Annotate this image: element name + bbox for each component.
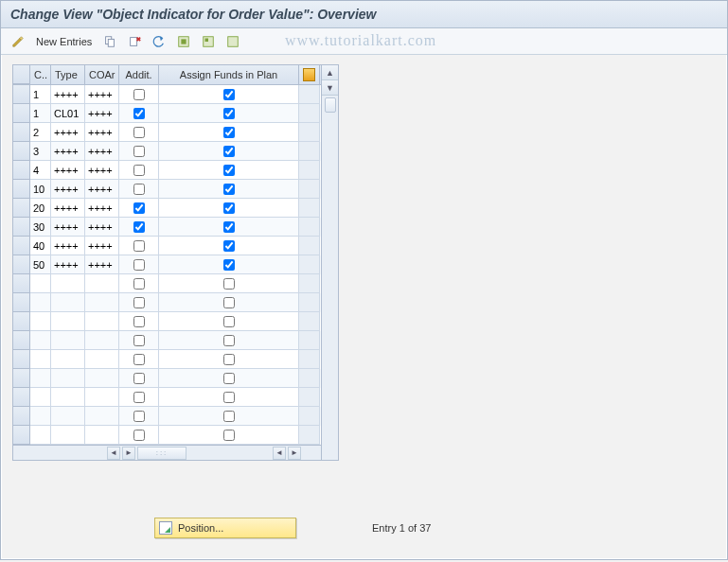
hscroll-thumb[interactable]: ::: [137,447,186,460]
afp-checkbox[interactable] [223,146,235,157]
cell-type[interactable]: CL01 [51,104,85,123]
row-selector[interactable] [13,237,30,255]
addit-checkbox[interactable] [133,202,145,214]
configure-columns-button[interactable] [299,65,320,84]
table-row[interactable] [13,388,321,407]
cell-c[interactable]: 1 [30,85,51,104]
afp-checkbox[interactable] [223,259,235,271]
addit-checkbox[interactable] [133,373,145,384]
addit-checkbox[interactable] [133,259,145,271]
cell-coar[interactable]: ++++ [85,85,119,104]
afp-checkbox[interactable] [223,316,235,327]
cell-coar[interactable]: ++++ [85,255,119,274]
addit-checkbox[interactable] [133,392,145,403]
cell-type[interactable] [51,274,85,293]
cell-type[interactable] [51,312,85,331]
addit-checkbox[interactable] [133,221,145,233]
cell-c[interactable]: 4 [30,161,51,180]
vscroll-thumb[interactable] [325,97,336,113]
afp-checkbox[interactable] [223,127,235,138]
table-row[interactable]: 4++++++++ [13,161,321,180]
addit-checkbox[interactable] [133,297,145,308]
cell-coar[interactable] [85,350,119,369]
cell-c[interactable] [30,407,51,426]
toggle-edit-icon[interactable] [7,32,29,51]
cell-c[interactable]: 30 [30,218,51,237]
table-row[interactable]: 2++++++++ [13,123,321,142]
row-selector[interactable] [13,199,30,218]
cell-coar[interactable] [85,293,119,312]
table-row[interactable] [13,407,321,426]
cell-coar[interactable]: ++++ [85,180,119,199]
afp-checkbox[interactable] [223,430,235,441]
table-row[interactable] [13,369,321,388]
cell-coar[interactable] [85,274,119,293]
cell-type[interactable]: ++++ [51,161,85,180]
select-block-icon[interactable] [197,32,220,51]
select-all-icon[interactable] [172,32,195,51]
row-selector-header[interactable] [13,65,30,84]
row-selector[interactable] [13,350,30,369]
row-selector[interactable] [13,369,30,388]
afp-checkbox[interactable] [223,108,235,119]
undo-icon[interactable] [148,32,170,51]
cell-c[interactable]: 3 [30,142,51,161]
table-row[interactable]: 10++++++++ [13,180,321,199]
cell-c[interactable] [30,350,51,369]
cell-coar[interactable] [85,407,119,426]
new-entries-button[interactable]: New Entries [31,32,97,51]
position-button[interactable]: Position... [154,518,296,538]
addit-checkbox[interactable] [133,127,145,138]
afp-checkbox[interactable] [223,373,235,384]
table-row[interactable]: 50++++++++ [13,255,321,274]
delete-icon[interactable] [123,32,146,51]
cell-coar[interactable]: ++++ [85,104,119,123]
col-header-addit[interactable]: Addit. [119,65,159,84]
table-row[interactable]: 1CL01++++ [13,104,321,123]
afp-checkbox[interactable] [223,221,235,233]
afp-checkbox[interactable] [223,240,235,252]
table-row[interactable]: 40++++++++ [13,237,321,255]
addit-checkbox[interactable] [133,411,145,422]
hscroll-left2-icon[interactable]: ◄ [273,447,286,460]
col-header-c[interactable]: C.. [30,65,51,84]
table-row[interactable] [13,350,321,369]
row-selector[interactable] [13,85,30,104]
addit-checkbox[interactable] [133,240,145,252]
cell-coar[interactable] [85,369,119,388]
cell-type[interactable]: ++++ [51,85,85,104]
cell-c[interactable] [30,312,51,331]
afp-checkbox[interactable] [223,411,235,422]
row-selector[interactable] [13,388,30,407]
row-selector[interactable] [13,274,30,293]
row-selector[interactable] [13,312,30,331]
cell-type[interactable]: ++++ [51,142,85,161]
afp-checkbox[interactable] [223,278,235,290]
row-selector[interactable] [13,255,30,274]
afp-checkbox[interactable] [223,89,235,100]
cell-coar[interactable]: ++++ [85,237,119,255]
cell-coar[interactable] [85,426,119,445]
afp-checkbox[interactable] [223,354,235,365]
addit-checkbox[interactable] [133,278,145,290]
cell-type[interactable] [51,426,85,445]
cell-c[interactable] [30,274,51,293]
col-header-type[interactable]: Type [51,65,85,84]
cell-coar[interactable]: ++++ [85,218,119,237]
cell-type[interactable] [51,331,85,350]
table-row[interactable]: 1++++++++ [13,85,321,104]
addit-checkbox[interactable] [133,316,145,327]
cell-type[interactable]: ++++ [51,123,85,142]
table-row[interactable] [13,274,321,293]
afp-checkbox[interactable] [223,335,235,346]
cell-c[interactable] [30,369,51,388]
cell-coar[interactable]: ++++ [85,161,119,180]
table-row[interactable] [13,426,321,445]
cell-type[interactable] [51,293,85,312]
horizontal-scrollbar[interactable]: ◄ ► ::: ◄ ► [13,445,321,460]
afp-checkbox[interactable] [223,202,235,214]
cell-coar[interactable] [85,312,119,331]
row-selector[interactable] [13,104,30,123]
row-selector[interactable] [13,407,30,426]
cell-type[interactable]: ++++ [51,255,85,274]
